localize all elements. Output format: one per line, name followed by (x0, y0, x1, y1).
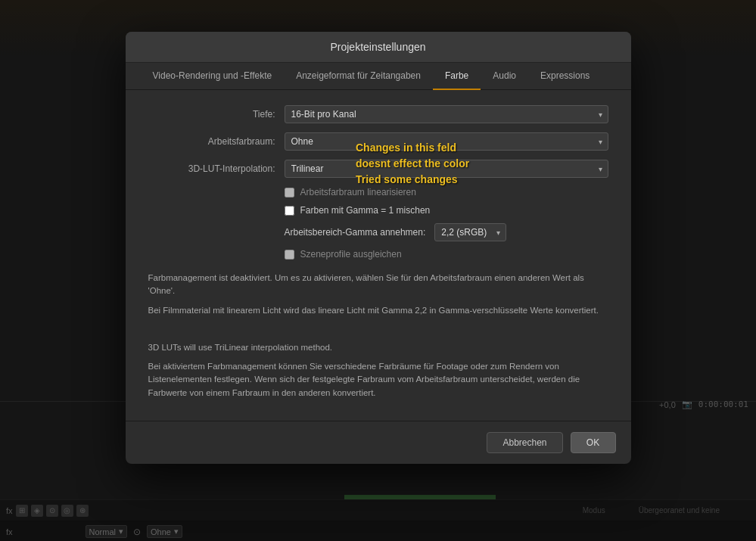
linear-licht-info: Bei Filmmaterial mit linearem Licht wird… (148, 304, 608, 317)
checkbox-szene[interactable] (285, 250, 294, 260)
dialog-title: Projekteinstellungen (330, 41, 425, 53)
tab-expressions[interactable]: Expressions (528, 63, 602, 90)
dialog-footer: Abbrechen OK (126, 421, 631, 464)
trilinear-info: 3D LUTs will use TriLinear interpolation… (148, 341, 608, 354)
lut-label: 3D-LUT-Interpolation: (148, 163, 285, 174)
gamma-annehmen-row: Arbeitsbereich-Gamma annehmen: 2,2 (sRGB… (148, 223, 608, 241)
checkbox-gamma[interactable] (285, 206, 294, 216)
tab-display[interactable]: Anzeigeformat für Zeitangaben (284, 63, 433, 90)
ok-button[interactable]: OK (571, 432, 616, 453)
dialog-titlebar: Projekteinstellungen (126, 32, 631, 63)
tiefe-label: Tiefe: (148, 109, 285, 120)
info-section: Farbmanagement ist deaktiviert. Um es zu… (148, 272, 608, 317)
tiefe-select-wrapper: 8-Bit pro Kanal 16-Bit pro Kanal 32-Bit … (285, 105, 608, 123)
cancel-button[interactable]: Abbrechen (487, 432, 562, 453)
checkbox-szene-row: Szeneprofile ausgleichen (148, 249, 608, 260)
checkbox-gamma-row: Farben mit Gamma = 1 mischen (148, 205, 608, 216)
dialog-tabs: Video-Rendering und -Effekte Anzeigeform… (126, 63, 631, 90)
gamma-select-wrapper: 2,2 (sRGB) 1,8 Keine ▾ (434, 223, 506, 241)
spacer (148, 326, 608, 341)
tab-video[interactable]: Video-Rendering und -Effekte (141, 63, 285, 90)
gamma-annehmen-label: Arbeitsbereich-Gamma annehmen: (285, 227, 426, 238)
annotation-overlay: Changes in this feld doesnt effect the c… (356, 140, 469, 188)
checkbox-linearisieren[interactable] (285, 188, 294, 197)
tiefe-row: Tiefe: 8-Bit pro Kanal 16-Bit pro Kanal … (148, 105, 608, 123)
annotation-line1: Changes in this feld (356, 140, 469, 156)
modal-overlay: Projekteinstellungen Video-Rendering und… (0, 0, 756, 541)
gamma-select[interactable]: 2,2 (sRGB) 1,8 Keine (434, 223, 506, 241)
tiefe-select[interactable]: 8-Bit pro Kanal 16-Bit pro Kanal 32-Bit … (285, 105, 608, 123)
checkbox-szene-label: Szeneprofile ausgleichen (300, 249, 402, 260)
tab-color[interactable]: Farbe (433, 63, 481, 90)
annotation-line2: doesnt effect the color (356, 156, 469, 172)
dialog: Projekteinstellungen Video-Rendering und… (126, 32, 631, 464)
checkbox-linearisieren-row: Arbeitsfarbraum linearisieren (148, 187, 608, 197)
arbeitsfarbraum-label: Arbeitsfarbraum: (148, 136, 285, 147)
tab-audio[interactable]: Audio (481, 63, 528, 90)
checkbox-linearisieren-label: Arbeitsfarbraum linearisieren (300, 187, 416, 197)
annotation-line3: Tried some changes (356, 172, 469, 188)
farbmanagement-info: Farbmanagement ist deaktiviert. Um es zu… (148, 272, 608, 298)
checkbox-gamma-label: Farben mit Gamma = 1 mischen (300, 205, 431, 216)
farbmanagement-detail-info: Bei aktiviertem Farbmanagement können Si… (148, 360, 608, 400)
